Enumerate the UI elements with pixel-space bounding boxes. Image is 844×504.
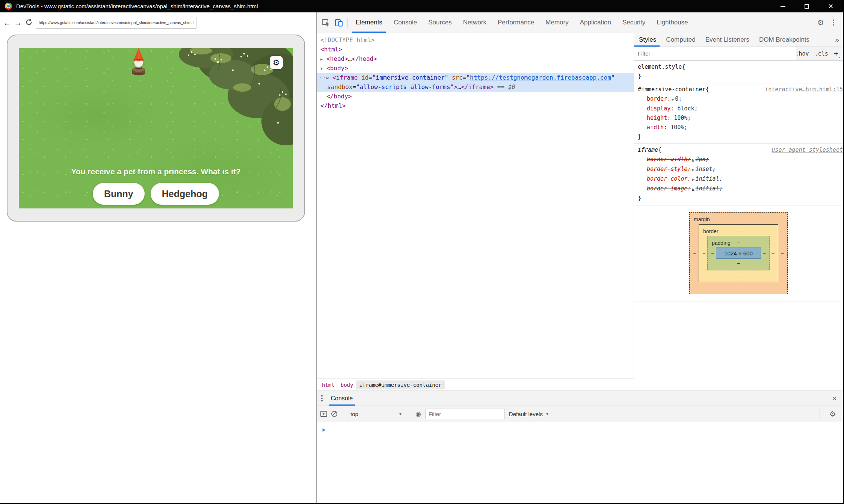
open-brace: { (658, 145, 661, 155)
css-property[interactable]: border:▶0; (634, 94, 843, 104)
new-style-rule-button[interactable]: + (834, 49, 838, 58)
console-settings-button[interactable]: ⚙ (826, 407, 839, 420)
dom-tree-line[interactable]: </body> (317, 92, 634, 101)
console-log-area[interactable]: > (317, 422, 843, 503)
styles-tab-event-listeners[interactable]: Event Listeners (701, 33, 754, 47)
css-property[interactable]: display: block; (634, 104, 843, 113)
console-filter-input[interactable] (425, 409, 505, 419)
styles-tab-styles[interactable]: Styles (634, 33, 661, 47)
expand-arrow-icon[interactable]: ▶ (326, 73, 329, 83)
css-property-name: height: (647, 115, 670, 121)
breadcrumb-item[interactable]: body (338, 380, 356, 389)
create-live-expression-button[interactable]: ◉ (415, 411, 421, 417)
console-prompt[interactable]: > (322, 426, 325, 433)
reload-icon (25, 18, 33, 26)
drawer-close-button[interactable]: × (832, 394, 837, 402)
drawer-menu-button[interactable] (321, 395, 323, 401)
expand-arrow-icon[interactable]: ▶ (692, 167, 694, 172)
style-rule: #immersive-container {interactive…him.ht… (634, 83, 843, 144)
inline-menu-dots-icon[interactable]: ··· (319, 73, 331, 82)
devtools-tabs: ElementsConsoleSourcesNetworkPerformance… (350, 12, 694, 33)
devtools-tab-elements[interactable]: Elements (350, 12, 388, 33)
devtools-tab-network[interactable]: Network (457, 12, 492, 33)
expand-arrow-icon[interactable]: ▶ (672, 97, 674, 101)
dom-tree-line[interactable]: ▼<body> (317, 63, 634, 73)
devtools-tab-application[interactable]: Application (574, 12, 617, 33)
more-tabs-icon[interactable]: » (835, 36, 843, 44)
clear-console-button[interactable] (331, 411, 337, 417)
inspect-element-button[interactable] (320, 16, 332, 29)
device-toolbar-button[interactable] (332, 16, 345, 29)
back-icon: ← (3, 18, 11, 27)
rule-selector-line[interactable]: iframe {user agent stylesheet (634, 145, 843, 155)
code-token: … (348, 55, 352, 62)
device-toolbar-icon (334, 18, 344, 27)
minimize-button[interactable] (771, 0, 795, 12)
dom-tree-line[interactable]: <!DOCTYPE html> (317, 35, 634, 45)
css-property[interactable]: border-style:▶inset; (634, 164, 843, 174)
css-property-value: initial; (695, 175, 722, 182)
element-classes-toggle[interactable]: .cls (815, 50, 828, 57)
styles-tab-dom-breakpoints[interactable]: DOM Breakpoints (754, 33, 814, 47)
devtools-tab-security[interactable]: Security (617, 12, 651, 33)
choice-button-bunny[interactable]: Bunny (93, 183, 145, 205)
console-sidebar-toggle[interactable] (320, 411, 327, 417)
breadcrumb-item[interactable]: iframe#immersive-container (356, 380, 444, 389)
expand-arrow-icon[interactable]: ▶ (692, 177, 694, 181)
devtools-tab-console[interactable]: Console (388, 12, 423, 33)
padding-left-value: − (711, 249, 714, 258)
rule-selector-line[interactable]: #immersive-container {interactive…him.ht… (634, 85, 843, 94)
styles-tab-computed[interactable]: Computed (661, 33, 700, 47)
rule-source-link[interactable]: user agent stylesheet (772, 145, 843, 155)
css-property[interactable]: width: 100%; (634, 123, 843, 132)
devtools-tab-lighthouse[interactable]: Lighthouse (651, 12, 693, 33)
devtools-tab-performance[interactable]: Performance (492, 12, 540, 33)
choice-button-hedgehog[interactable]: Hedgehog (151, 183, 219, 205)
dom-tree-line[interactable]: ···▶<iframe id="immersive-container" src… (317, 73, 634, 82)
css-property-name: border-image: (647, 185, 691, 192)
css-property-value: 2px; (695, 156, 709, 163)
resource-link[interactable]: https://testgnomegarden.firebaseapp.com (470, 74, 611, 81)
dom-tree: <!DOCTYPE html><html>▶<head>…</head>▼<bo… (317, 33, 634, 379)
styles-filter-input[interactable] (634, 47, 796, 60)
pseudo-state-toggle[interactable]: :hov (795, 50, 809, 57)
toolbar-divider (347, 18, 348, 27)
expand-arrow-icon[interactable]: ▶ (320, 54, 323, 64)
rule-source-link[interactable]: interactive…him.html:15 (765, 85, 843, 94)
breadcrumb-item[interactable]: html (319, 380, 338, 389)
css-property[interactable]: border-image:▶initial; (634, 184, 843, 194)
sidebar-toggle-icon (323, 412, 325, 415)
css-property[interactable]: border-width:▶2px; (634, 155, 843, 164)
expand-arrow-icon[interactable]: ▶ (692, 158, 694, 162)
css-property[interactable]: border-color:▶initial; (634, 174, 843, 184)
reload-button[interactable] (25, 18, 33, 27)
dom-tree-line[interactable]: ▶<head>…</head> (317, 54, 634, 63)
log-levels-dropdown[interactable]: Default levels ▼ (509, 411, 549, 417)
devtools-tab-sources[interactable]: Sources (423, 12, 457, 33)
browser-toolbar: ← → (0, 12, 316, 33)
dom-tree-line[interactable]: <html> (317, 45, 634, 54)
devtools-tab-memory[interactable]: Memory (540, 12, 574, 33)
padding-label: padding (712, 238, 731, 248)
devtools-settings-button[interactable]: ⚙ (814, 16, 827, 29)
back-button[interactable]: ← (3, 19, 11, 27)
styles-tabs: StylesComputedEvent ListenersDOM Breakpo… (634, 33, 843, 47)
devtools-menu-button[interactable] (827, 16, 840, 29)
dom-tree-line[interactable]: sandbox="allow-scripts allow-forms">…</i… (317, 82, 634, 92)
title-bar: DevTools - www.gstatic.com/assistant/int… (0, 0, 843, 12)
console-context-value: top (350, 411, 358, 417)
code-token: </head> (352, 55, 377, 62)
css-property[interactable]: height: 100%; (634, 113, 843, 123)
dom-tree-line[interactable]: </html> (317, 101, 634, 110)
game-settings-button[interactable]: ⚙ (270, 56, 283, 69)
maximize-button[interactable] (795, 0, 819, 12)
expand-arrow-icon[interactable]: ▶ (692, 187, 694, 191)
close-button[interactable]: × (819, 0, 843, 12)
expand-arrow-icon[interactable]: ▼ (320, 64, 323, 73)
console-tab[interactable]: Console (326, 391, 358, 406)
forward-button[interactable]: → (14, 19, 22, 27)
styles-filter-bar: :hov .cls + (634, 47, 843, 61)
rule-selector-line[interactable]: element.style { (634, 62, 843, 72)
url-input[interactable] (36, 17, 196, 29)
console-context-selector[interactable]: top ▼ (350, 411, 402, 417)
